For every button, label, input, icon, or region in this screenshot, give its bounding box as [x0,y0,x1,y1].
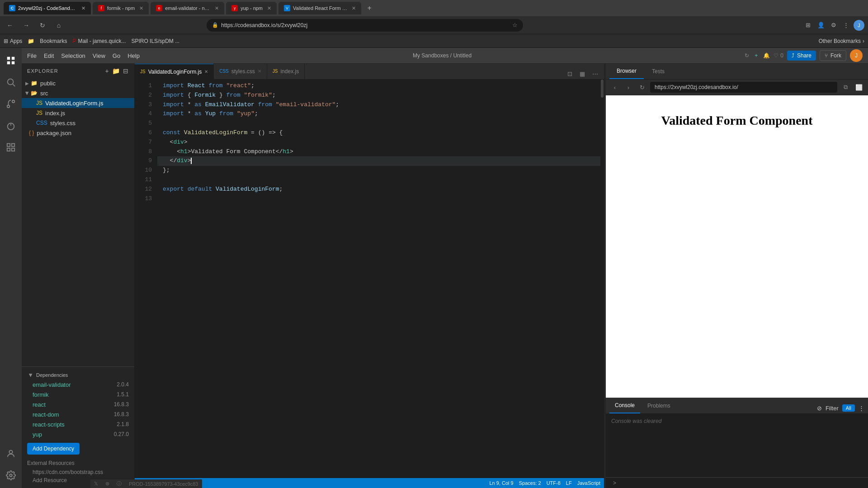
home-button[interactable]: ⌂ [52,19,65,32]
folder-src[interactable]: ▶ 📂 src [22,88,134,98]
file-validated-login-form[interactable]: JS ValidatedLoginForm.js [22,98,134,108]
user-avatar[interactable]: J [854,20,864,31]
activity-search-icon[interactable] [2,73,20,91]
tab-formik[interactable]: f formik - npm ✕ [93,2,149,14]
apps-button[interactable]: ⊞ Apps [4,38,22,44]
dep-react-dom[interactable]: react-dom 16.8.3 [22,409,134,419]
console-prompt-icon[interactable]: > [609,478,620,488]
activity-source-control-icon[interactable] [2,95,20,113]
svg-rect-6 [7,144,10,146]
console-all-badge[interactable]: All [842,404,855,412]
css-file-icon-styles: CSS [36,120,47,126]
new-tab-button[interactable]: + [363,2,376,14]
menu-go[interactable]: Go [113,52,120,59]
browser-actions: ⊞ 👤 ⚙ ⋮ J [803,20,864,31]
bookmark-mail[interactable]: P Mail - james.quick... [72,38,126,44]
menu-view[interactable]: View [93,52,105,59]
preview-url[interactable]: https://2xvywl20zj.codesandbox.io/ [650,82,837,93]
bookmark-folder-icon[interactable]: 📁 [28,38,34,44]
code-editor[interactable]: 12345 678910 111213 import React from "r… [135,80,604,478]
new-folder-icon[interactable]: 📁 [112,67,120,75]
extensions-icon[interactable]: ⊞ [803,20,814,31]
tab-codesandbox[interactable]: C 2xvywl20zj - CodeSandbox ✕ [4,2,91,14]
console-tabs: Console Problems ⊘ Filter All ⋮ [606,398,868,414]
activity-extensions-icon[interactable] [2,138,20,156]
tab-favicon-yup: y [231,5,238,11]
tab-browser[interactable]: Browser [609,64,644,79]
menu-file[interactable]: File [27,52,37,59]
fork-button[interactable]: ⑂ Fork [820,50,846,61]
forward-button[interactable]: → [20,19,33,32]
external-resource-url: https://cdn.com/bootstrap.css [22,468,134,476]
editor-layout-icon[interactable]: ▦ [577,68,588,79]
dep-yup[interactable]: yup 0.27.0 [22,429,134,439]
info-icon[interactable]: ⓘ [117,480,122,487]
bookmark-bookmarks[interactable]: Bookmarks [40,38,67,44]
menu-edit[interactable]: Edit [44,52,54,59]
activity-settings-icon[interactable] [2,466,20,484]
dependencies-header[interactable]: ▶ Dependencies [22,371,134,380]
activity-account-icon[interactable] [2,445,20,463]
user-profile-button[interactable]: J [850,49,863,62]
dep-react-scripts[interactable]: react-scripts 2.1.8 [22,419,134,429]
settings-icon[interactable]: ⚙ [828,20,839,31]
menu-icon[interactable]: ⋮ [841,20,852,31]
dep-react[interactable]: react 16.8.3 [22,399,134,409]
editor-scrollbar[interactable] [600,80,604,478]
tab-close-email-icon[interactable]: ✕ [215,5,219,11]
activity-explorer-icon[interactable] [2,52,20,70]
codesandbox-plus-icon[interactable]: + [755,52,758,59]
console-clear-icon[interactable]: ⊘ [817,405,822,412]
profile-icon[interactable]: 👤 [816,20,826,31]
tab-email-validator[interactable]: e email-validator - npm ✕ [151,2,224,14]
bell-icon[interactable]: 🔔 [763,52,770,59]
github-icon[interactable]: ⊛ [105,481,109,487]
dep-formik[interactable]: formik 1.5.1 [22,389,134,399]
address-bar[interactable]: 🔒 https://codesandbox.io/s/2xvywl20zj ☆ [207,19,523,32]
editor-tab-index[interactable]: JS index.js [267,64,305,79]
refresh-icon[interactable]: ↻ [745,52,749,59]
code-content[interactable]: import React from "react"; import { Form… [157,80,600,478]
preview-refresh-button[interactable]: ↻ [637,82,647,93]
editor-tab-close-styles[interactable]: ✕ [258,69,261,74]
code-line-5 [157,119,600,128]
tab-close-yup-icon[interactable]: ✕ [267,5,271,11]
tab-close-formik-icon[interactable]: ✕ [139,5,143,11]
dep-email-validator[interactable]: email-validator 2.0.4 [22,380,134,389]
folder-public[interactable]: ▶ 📁 public [22,78,134,88]
tab-close-validated-icon[interactable]: ✕ [352,5,356,11]
editor-tab-styles[interactable]: CSS styles.css ✕ [214,64,267,79]
menu-selection[interactable]: Selection [61,52,85,59]
fork-icon: ⑂ [825,52,828,59]
preview-screenshot-icon[interactable]: ⬜ [854,82,864,93]
console-more-icon[interactable]: ⋮ [859,405,864,412]
editor-tab-close-validated[interactable]: ✕ [204,69,208,74]
bookmark-spiro[interactable]: SPIRO ILS/spDM ... [131,38,179,44]
refresh-button[interactable]: ↻ [36,19,49,32]
console-tab-problems[interactable]: Problems [642,398,676,413]
preview-back-button[interactable]: ‹ [609,82,620,93]
tab-close-icon[interactable]: ✕ [81,5,85,11]
activity-debug-icon[interactable] [2,117,20,135]
new-file-icon[interactable]: + [105,67,109,75]
twitter-icon[interactable]: 𝕏 [94,481,98,487]
preview-forward-button[interactable]: › [623,82,634,93]
menu-help[interactable]: Help [127,52,140,59]
console-tab-console[interactable]: Console [609,398,640,413]
other-bookmarks[interactable]: Other Bookmarks › [819,38,864,44]
file-package-json[interactable]: { } package.json [22,128,134,138]
tab-validated-form[interactable]: V Validated React Form - CodeS… ✕ [278,2,361,14]
split-editor-icon[interactable]: ⊡ [564,68,575,79]
collapse-all-icon[interactable]: ⊟ [123,67,129,75]
share-button[interactable]: ⤴ Share [787,51,816,61]
back-button[interactable]: ← [4,19,16,32]
editor-tab-validated-form[interactable]: JS ValidatedLoginForm.js ✕ [135,64,214,79]
editor-more-icon[interactable]: ⋯ [590,68,600,79]
preview-open-new-icon[interactable]: ⧉ [840,82,851,93]
tab-yup[interactable]: y yup - npm ✕ [226,2,277,14]
star-icon[interactable]: ☆ [512,22,518,28]
file-styles-css[interactable]: CSS styles.css [22,118,134,128]
add-dependency-button[interactable]: Add Dependency [27,443,80,455]
file-index-js[interactable]: JS index.js [22,108,134,118]
tab-tests[interactable]: Tests [645,64,672,79]
